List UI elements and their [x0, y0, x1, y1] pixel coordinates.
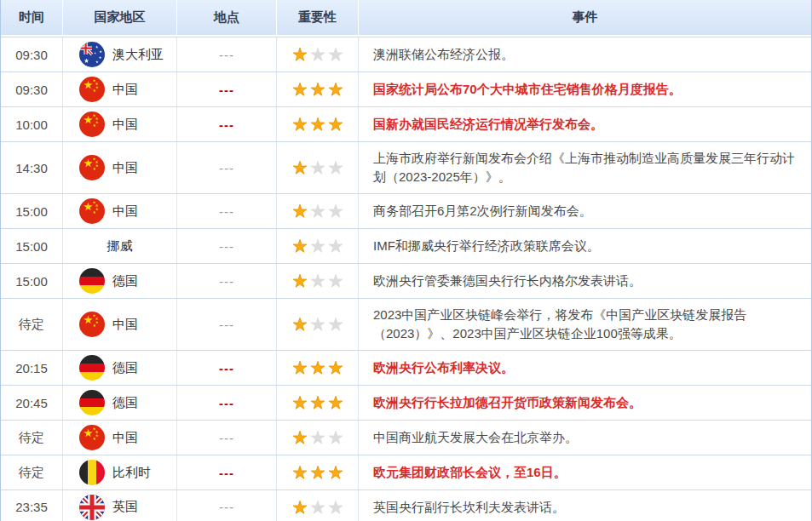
- star-empty-icon: [328, 273, 343, 289]
- importance-stars: [292, 47, 343, 62]
- importance-cell: [277, 142, 359, 193]
- star-empty-icon: [310, 317, 325, 332]
- importance-cell: [277, 37, 359, 72]
- calendar-row: 15:00中国---商务部召开6月第2次例行新闻发布会。: [1, 193, 811, 228]
- event-text: 上海市政府举行新闻发布会介绍《上海市推动制造业高质量发展三年行动计划（2023-…: [373, 149, 799, 186]
- star-filled-icon: [292, 238, 308, 254]
- importance-stars: [292, 317, 343, 332]
- star-filled-icon: [310, 465, 325, 480]
- china-flag-icon: [79, 198, 105, 224]
- calendar-row: 09:30中国---国家统计局公布70个大中城市住宅销售价格月度报告。: [1, 72, 811, 106]
- calendar-row: 20:15德国---欧洲央行公布利率决议。: [1, 350, 811, 385]
- importance-cell: [277, 386, 359, 420]
- country-cell: 德国: [63, 351, 177, 385]
- location-cell: ---: [177, 421, 277, 455]
- calendar-row: 待定比利时---欧元集团财政部长会议，至16日。: [1, 455, 811, 490]
- location-cell: ---: [177, 37, 277, 72]
- country-name: 澳大利亚: [112, 47, 164, 63]
- event-cell: 欧洲央行行长拉加德召开货币政策新闻发布会。: [359, 386, 811, 420]
- country-cell: 中国: [63, 72, 177, 106]
- importance-stars: [292, 360, 343, 375]
- china-flag-icon: [79, 112, 105, 137]
- star-filled-icon: [328, 82, 343, 97]
- calendar-row: 20:45德国---欧洲央行行长拉加德召开货币政策新闻发布会。: [1, 385, 811, 420]
- event-text: 国新办就国民经济运行情况举行发布会。: [373, 115, 603, 134]
- location-placeholder: ---: [219, 161, 234, 175]
- china-flag-icon: [79, 77, 105, 102]
- location-placeholder: ---: [219, 318, 234, 332]
- importance-stars: [292, 82, 343, 97]
- star-filled-icon: [292, 360, 308, 375]
- table-body: 09:30澳大利亚---澳洲联储公布经济公报。09:30中国---国家统计局公布…: [1, 37, 811, 521]
- germany-flag-icon: [79, 355, 105, 381]
- event-text: 英国央行副行长坎利夫发表讲话。: [373, 498, 565, 517]
- calendar-row: 23:35英国---英国央行副行长坎利夫发表讲话。: [1, 490, 811, 521]
- importance-stars: [292, 117, 343, 132]
- importance-cell: [277, 299, 359, 350]
- star-filled-icon: [310, 82, 325, 97]
- event-text: 中国商业航天发展大会在北京举办。: [373, 428, 578, 447]
- star-filled-icon: [310, 395, 325, 410]
- time-cell: 15:00: [1, 194, 63, 228]
- event-cell: 上海市政府举行新闻发布会介绍《上海市推动制造业高质量发展三年行动计划（2023-…: [359, 142, 811, 193]
- event-text: 澳洲联储公布经济公报。: [373, 45, 514, 64]
- location-placeholder: ---: [219, 396, 234, 410]
- event-cell: IMF和挪威央行举行经济政策联席会议。: [359, 229, 811, 263]
- importance-stars: [292, 465, 343, 480]
- time-cell: 15:00: [1, 229, 63, 263]
- location-cell: ---: [177, 229, 277, 263]
- location-cell: ---: [177, 264, 277, 298]
- importance-cell: [277, 229, 359, 263]
- country-cell: 英国: [63, 490, 177, 521]
- time-cell: 09:30: [1, 37, 63, 72]
- importance-stars: [292, 160, 343, 175]
- star-empty-icon: [328, 47, 343, 62]
- column-header-country: 国家地区: [63, 0, 177, 35]
- star-empty-icon: [328, 500, 343, 515]
- star-filled-icon: [328, 465, 343, 480]
- location-placeholder: ---: [219, 466, 234, 480]
- location-cell: ---: [177, 142, 277, 193]
- location-cell: ---: [177, 299, 277, 350]
- country-cell: 中国: [63, 421, 177, 455]
- country-cell: 澳大利亚: [63, 37, 177, 72]
- location-placeholder: ---: [219, 48, 234, 62]
- country-cell: 德国: [63, 264, 177, 298]
- location-cell: ---: [177, 351, 277, 385]
- event-cell: 中国商业航天发展大会在北京举办。: [359, 421, 811, 455]
- calendar-row: 15:00挪威---IMF和挪威央行举行经济政策联席会议。: [1, 228, 811, 263]
- country-name: 挪威: [107, 238, 133, 255]
- star-filled-icon: [310, 117, 325, 132]
- importance-stars: [292, 238, 343, 254]
- china-flag-icon: [79, 312, 105, 337]
- location-placeholder: ---: [219, 361, 234, 375]
- star-filled-icon: [292, 82, 308, 97]
- calendar-row: 14:30中国---上海市政府举行新闻发布会介绍《上海市推动制造业高质量发展三年…: [1, 141, 811, 193]
- location-cell: ---: [177, 490, 277, 521]
- importance-cell: [277, 421, 359, 455]
- germany-flag-icon: [79, 268, 105, 294]
- event-cell: 商务部召开6月第2次例行新闻发布会。: [359, 194, 811, 228]
- time-cell: 待定: [1, 299, 63, 350]
- event-text: 欧洲央行公布利率决议。: [373, 358, 514, 377]
- calendar-row: 待定中国---中国商业航天发展大会在北京举办。: [1, 420, 811, 455]
- star-filled-icon: [292, 465, 308, 480]
- location-placeholder: ---: [219, 83, 234, 97]
- event-cell: 2023中国产业区块链峰会举行，将发布《中国产业区块链发展报告（2023）》、2…: [359, 299, 811, 350]
- country-cell: 中国: [63, 299, 177, 350]
- table-header: 时间国家地区地点重要性事件: [1, 0, 811, 37]
- star-filled-icon: [292, 430, 308, 445]
- belgium-flag-icon: [79, 460, 105, 485]
- star-empty-icon: [310, 47, 325, 62]
- country-cell: 比利时: [63, 455, 177, 490]
- calendar-row: 10:00中国---国新办就国民经济运行情况举行发布会。: [1, 106, 811, 141]
- importance-stars: [292, 273, 343, 289]
- event-text: IMF和挪威央行举行经济政策联席会议。: [373, 237, 600, 255]
- star-empty-icon: [328, 317, 343, 332]
- importance-cell: [277, 351, 359, 385]
- importance-cell: [277, 455, 359, 490]
- location-placeholder: ---: [219, 431, 234, 445]
- star-filled-icon: [292, 160, 308, 175]
- time-cell: 15:00: [1, 264, 63, 298]
- germany-flag-icon: [79, 390, 105, 415]
